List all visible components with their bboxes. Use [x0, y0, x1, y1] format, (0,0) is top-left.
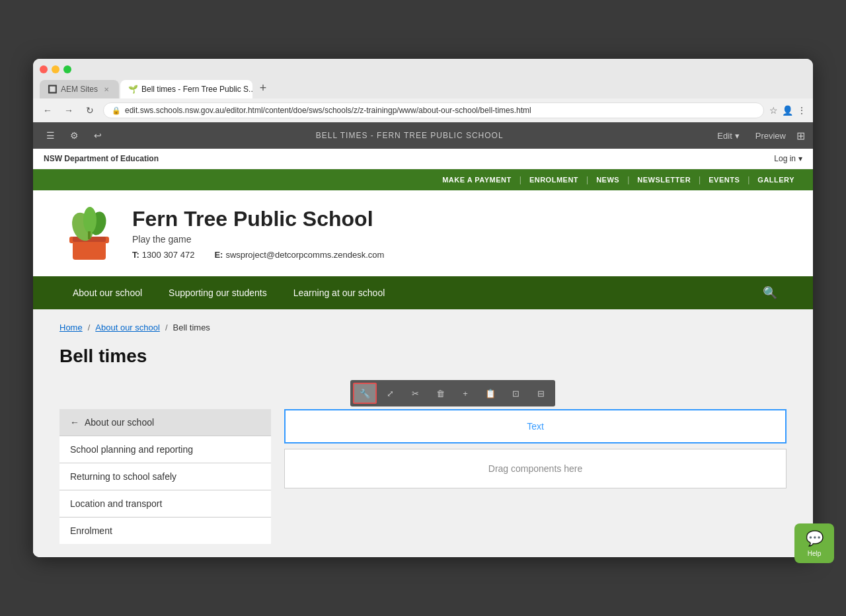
- email-contact: E: swsproject@detcorpcomms.zendesk.com: [214, 250, 384, 260]
- sidebar: ← About our school School planning and r…: [59, 409, 271, 544]
- sidebar-item-enrolment[interactable]: Enrolment: [59, 517, 271, 544]
- wrench-icon: 🔧: [360, 389, 370, 399]
- bell-times-tab-icon: 🌱: [128, 85, 137, 94]
- cut-icon: ✂: [412, 389, 419, 399]
- utility-bar: NSW Department of Education Log in ▾: [33, 149, 813, 169]
- nav-events[interactable]: EVENTS: [701, 169, 748, 190]
- login-chevron: ▾: [798, 154, 802, 163]
- search-icon[interactable]: 🔍: [753, 276, 787, 309]
- aem-edit-label: Edit: [717, 131, 732, 141]
- email-label: E:: [214, 250, 223, 260]
- breadcrumb-home[interactable]: Home: [59, 323, 83, 332]
- aem-settings-icon[interactable]: ⚙: [65, 126, 83, 145]
- browser-chrome: 🔲 AEM Sites ✕ 🌱 Bell times - Fern Tree P…: [33, 59, 813, 98]
- lock-icon: 🔒: [112, 106, 121, 115]
- svg-point-5: [83, 207, 96, 233]
- back-button[interactable]: ←: [40, 102, 56, 118]
- toolbar-delete-button[interactable]: 🗑: [428, 383, 452, 404]
- sidebar-back-label: About our school: [85, 417, 154, 428]
- menu-icon[interactable]: ⋮: [797, 105, 806, 116]
- sidebar-item-returning[interactable]: Returning to school safely: [59, 463, 271, 490]
- login-label: Log in: [774, 154, 796, 163]
- school-info: Fern Tree Public School Play the game T:…: [132, 207, 384, 260]
- tab-bell-times[interactable]: 🌱 Bell times - Fern Tree Public S... ✕: [120, 80, 252, 98]
- nav-news[interactable]: NEWS: [588, 169, 627, 190]
- sidebar-item-location[interactable]: Location and transport: [59, 490, 271, 517]
- aem-sidebar-toggle[interactable]: ☰: [41, 126, 59, 145]
- text-component[interactable]: Text: [284, 409, 787, 443]
- aem-editor-bar: ☰ ⚙ ↩ BELL TIMES - FERN TREE PUBLIC SCHO…: [33, 122, 813, 149]
- tab-aem-sites-close[interactable]: ✕: [102, 85, 111, 94]
- content-area: Home / About our school / Bell times Bel…: [33, 309, 813, 557]
- breadcrumb: Home / About our school / Bell times: [59, 323, 787, 332]
- nav-newsletter[interactable]: NEWSLETTER: [629, 169, 699, 190]
- tab-aem-sites-label: AEM Sites: [61, 85, 98, 94]
- drag-zone-label: Drag components here: [488, 463, 582, 474]
- close-button[interactable]: [40, 65, 48, 73]
- breadcrumb-sep-2: /: [165, 323, 168, 332]
- school-contacts: T: 1300 307 472 E: swsproject@detcorpcom…: [132, 250, 384, 260]
- reload-button[interactable]: ↻: [82, 102, 98, 118]
- aem-edit-button[interactable]: Edit ▾: [712, 128, 744, 143]
- maximize-button[interactable]: [63, 65, 71, 73]
- phone-label: T:: [132, 250, 139, 260]
- help-chat-icon: 💬: [806, 530, 824, 547]
- login-button[interactable]: Log in ▾: [774, 154, 802, 163]
- tab-bell-times-label: Bell times - Fern Tree Public S...: [141, 85, 252, 94]
- url-text: edit.sws.schools.nsw.gov.au/editor.html/…: [125, 106, 531, 115]
- sidebar-back-link[interactable]: ← About our school: [59, 409, 271, 436]
- toolbar-frame-button[interactable]: ⊡: [504, 383, 527, 404]
- aem-preview-button[interactable]: Preview: [750, 128, 791, 143]
- school-motto: Play the game: [132, 234, 384, 245]
- frame-icon: ⊡: [512, 389, 519, 399]
- paste-icon: 📋: [485, 389, 496, 399]
- school-logo: [59, 204, 119, 263]
- toolbar-add-button[interactable]: +: [453, 383, 477, 404]
- toolbar-cut-button[interactable]: ✂: [403, 383, 427, 404]
- school-header: Fern Tree Public School Play the game T:…: [33, 190, 813, 276]
- nav-make-payment[interactable]: MAKE A PAYMENT: [434, 169, 519, 190]
- minimize-button[interactable]: [52, 65, 59, 73]
- address-bar-row: ← → ↻ 🔒 edit.sws.schools.nsw.gov.au/edit…: [33, 98, 813, 122]
- aem-page-properties-icon[interactable]: ⊞: [796, 130, 805, 142]
- main-nav: About our school Supporting our students…: [33, 276, 813, 309]
- export-icon: ⊟: [537, 389, 545, 399]
- toolbar-paste-button[interactable]: 📋: [479, 383, 502, 404]
- aem-bar-right: Edit ▾ Preview ⊞: [712, 128, 805, 143]
- new-tab-button[interactable]: +: [254, 79, 272, 97]
- page-title: Bell times: [59, 346, 787, 367]
- text-component-label: Text: [527, 421, 544, 432]
- phone-contact: T: 1300 307 472: [132, 250, 194, 260]
- nav-about-school[interactable]: About our school: [59, 276, 155, 309]
- nav-gallery[interactable]: GALLERY: [750, 169, 802, 190]
- nav-supporting-students[interactable]: Supporting our students: [155, 276, 280, 309]
- help-label: Help: [808, 550, 822, 557]
- breadcrumb-parent[interactable]: About our school: [95, 323, 160, 332]
- component-toolbar: 🔧 ⤢ ✂ 🗑 + 📋 ⊡: [350, 380, 555, 406]
- aem-bar-left: ☰ ⚙ ↩: [41, 126, 107, 145]
- tab-aem-sites[interactable]: 🔲 AEM Sites ✕: [40, 80, 119, 98]
- toolbar-configure-button[interactable]: 🔧: [353, 383, 377, 404]
- main-column: Text Drag components here: [284, 409, 787, 544]
- toolbar-resize-button[interactable]: ⤢: [378, 383, 402, 404]
- nav-learning[interactable]: Learning at our school: [280, 276, 399, 309]
- breadcrumb-current: Bell times: [173, 323, 210, 332]
- breadcrumb-sep-1: /: [88, 323, 91, 332]
- nav-enrolment[interactable]: ENROLMENT: [521, 169, 586, 190]
- bookmark-icon[interactable]: ☆: [769, 105, 778, 116]
- aem-undo-icon[interactable]: ↩: [89, 126, 107, 145]
- phone-number: 1300 307 472: [142, 250, 195, 260]
- address-bar[interactable]: 🔒 edit.sws.schools.nsw.gov.au/editor.htm…: [103, 102, 764, 118]
- address-actions: ☆ 👤 ⋮: [769, 105, 806, 116]
- forward-button[interactable]: →: [61, 102, 77, 118]
- nav-links-bar: MAKE A PAYMENT | ENROLMENT | NEWS | NEWS…: [33, 169, 813, 190]
- tabs-bar: 🔲 AEM Sites ✕ 🌱 Bell times - Fern Tree P…: [40, 79, 806, 98]
- help-button[interactable]: 💬 Help: [794, 523, 834, 563]
- sidebar-item-school-planning[interactable]: School planning and reporting: [59, 436, 271, 463]
- drag-zone[interactable]: Drag components here: [284, 449, 787, 488]
- department-name: NSW Department of Education: [44, 154, 159, 163]
- account-icon[interactable]: 👤: [782, 105, 793, 116]
- toolbar-export-button[interactable]: ⊟: [529, 383, 553, 404]
- svg-rect-6: [88, 231, 91, 239]
- school-name: Fern Tree Public School: [132, 207, 384, 231]
